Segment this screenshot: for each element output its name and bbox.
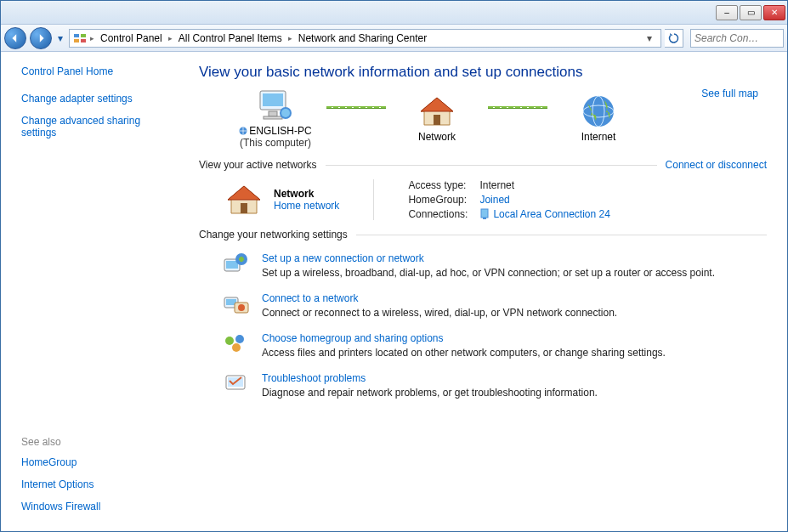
- link-line: [326, 106, 386, 109]
- maximize-button[interactable]: ▭: [740, 5, 762, 20]
- internet-label: Internet: [581, 131, 616, 143]
- divider-line: [356, 235, 767, 235]
- divider-line: [326, 165, 657, 166]
- breadcrumb-all-items[interactable]: All Control Panel Items: [176, 32, 285, 44]
- svg-point-24: [238, 304, 245, 311]
- task-list: Set up a new connection or network Set u…: [216, 252, 767, 399]
- pc-name-label: ENGLISH-PC: [249, 125, 311, 137]
- connections-key: Connections:: [408, 208, 468, 220]
- change-settings-label: Change your networking settings: [199, 229, 348, 241]
- svg-point-27: [232, 343, 241, 352]
- minimize-button[interactable]: –: [716, 5, 738, 20]
- address-bar[interactable]: ▸ Control Panel ▸ All Control Panel Item…: [69, 29, 661, 48]
- back-button[interactable]: [4, 27, 26, 49]
- see-also-header: See also: [21, 436, 163, 448]
- svg-point-26: [235, 335, 244, 343]
- address-dropdown-button[interactable]: ▾: [642, 30, 657, 47]
- network-map: ENGLISH-PC (This computer) Network Inter…: [224, 88, 767, 149]
- troubleshoot-icon: [223, 372, 250, 396]
- chevron-right-icon: ▸: [167, 34, 174, 42]
- see-full-map-link[interactable]: See full map: [701, 88, 758, 99]
- change-advanced-sharing-link[interactable]: Change advanced sharing settings: [21, 115, 163, 139]
- house-icon: [417, 93, 457, 129]
- breadcrumb-network-sharing[interactable]: Network and Sharing Center: [296, 32, 429, 44]
- network-type-link[interactable]: Home network: [274, 200, 339, 212]
- task-connect-network-link[interactable]: Connect to a network: [262, 292, 617, 304]
- connect-disconnect-link[interactable]: Connect or disconnect: [666, 159, 767, 171]
- main-content: View your basic network information and …: [175, 52, 787, 531]
- access-type-key: Access type:: [408, 179, 468, 191]
- task-setup-connection-link[interactable]: Set up a new connection or network: [262, 252, 715, 264]
- task-homegroup-sharing: Choose homegroup and sharing options Acc…: [223, 332, 767, 359]
- task-homegroup-desc: Access files and printers located on oth…: [262, 347, 666, 359]
- svg-rect-5: [263, 93, 283, 106]
- svg-rect-1: [81, 34, 86, 37]
- task-connect-network: Connect to a network Connect or reconnec…: [223, 292, 767, 319]
- active-network-details: Access type: Internet HomeGroup: Joined …: [408, 179, 609, 220]
- setup-connection-icon: [223, 252, 250, 276]
- chevron-right-icon: ▸: [286, 34, 294, 42]
- homegroup-icon: [223, 332, 250, 356]
- control-panel-home-link[interactable]: Control Panel Home: [21, 65, 163, 77]
- see-also-windows-firewall[interactable]: Windows Firewall: [21, 501, 163, 512]
- titlebar: – ▭ ✕: [1, 1, 787, 25]
- control-panel-icon: [73, 31, 87, 45]
- minimize-icon: –: [724, 8, 729, 17]
- svg-point-9: [281, 109, 290, 117]
- search-box[interactable]: [690, 29, 784, 48]
- close-icon: ✕: [771, 8, 778, 17]
- task-troubleshoot: Troubleshoot problems Diagnose and repai…: [223, 372, 767, 399]
- access-type-value: Internet: [479, 179, 609, 191]
- task-connect-network-desc: Connect or reconnect to a wireless, wire…: [262, 307, 617, 319]
- sidebar: Control Panel Home Change adapter settin…: [1, 52, 175, 531]
- body: ? Control Panel Home Change adapter sett…: [1, 52, 787, 531]
- history-dropdown[interactable]: ▾: [55, 29, 65, 48]
- page-title: View your basic network information and …: [199, 64, 767, 81]
- refresh-button[interactable]: [665, 29, 683, 48]
- active-network-row: Network Home network Access type: Intern…: [224, 179, 767, 220]
- network-name: Network: [274, 188, 339, 200]
- svg-rect-17: [483, 218, 486, 219]
- active-networks-label: View your active networks: [199, 159, 317, 171]
- node-internet: Internet: [547, 93, 649, 143]
- close-button[interactable]: ✕: [763, 5, 785, 20]
- task-setup-connection-desc: Set up a wireless, broadband, dial-up, a…: [262, 267, 715, 279]
- this-computer-label: (This computer): [240, 137, 311, 149]
- svg-rect-15: [241, 203, 247, 213]
- task-troubleshoot-desc: Diagnose and repair network problems, or…: [262, 387, 598, 399]
- network-label: Network: [418, 131, 456, 143]
- house-icon: [224, 183, 264, 217]
- node-this-computer: ENGLISH-PC (This computer): [224, 88, 326, 149]
- homegroup-value-link[interactable]: Joined: [479, 194, 609, 206]
- chevron-right-icon: ▸: [88, 34, 96, 42]
- task-homegroup-link[interactable]: Choose homegroup and sharing options: [262, 332, 666, 344]
- svg-rect-16: [481, 209, 488, 218]
- change-adapter-settings-link[interactable]: Change adapter settings: [21, 93, 163, 105]
- see-also-internet-options[interactable]: Internet Options: [21, 478, 163, 490]
- homegroup-key: HomeGroup:: [408, 194, 468, 206]
- forward-button[interactable]: [30, 27, 52, 49]
- connect-network-icon: [223, 292, 250, 316]
- maximize-icon: ▭: [747, 8, 755, 17]
- task-troubleshoot-link[interactable]: Troubleshoot problems: [262, 372, 598, 384]
- svg-rect-2: [74, 39, 79, 42]
- change-settings-header: Change your networking settings: [199, 229, 767, 241]
- vertical-divider: [373, 179, 374, 220]
- node-network: Network: [386, 93, 488, 143]
- search-input[interactable]: [694, 32, 779, 44]
- window: – ▭ ✕ ▾ ▸ Control Panel ▸ All Control Pa…: [0, 0, 788, 532]
- globe-icon: [578, 93, 619, 129]
- see-also-homegroup[interactable]: HomeGroup: [21, 456, 163, 468]
- breadcrumb-control-panel[interactable]: Control Panel: [98, 32, 165, 44]
- link-line: [488, 106, 547, 109]
- connection-link[interactable]: Local Area Connection 24: [493, 208, 609, 220]
- svg-rect-3: [81, 39, 86, 42]
- computer-icon: [255, 88, 296, 123]
- active-network-info: Network Home network: [224, 179, 339, 220]
- svg-rect-0: [74, 34, 79, 37]
- svg-point-12: [583, 96, 614, 127]
- svg-rect-11: [434, 115, 440, 125]
- globe-small-icon: [239, 127, 247, 135]
- svg-rect-6: [269, 111, 277, 116]
- active-networks-header: View your active networks Connect or dis…: [199, 159, 767, 171]
